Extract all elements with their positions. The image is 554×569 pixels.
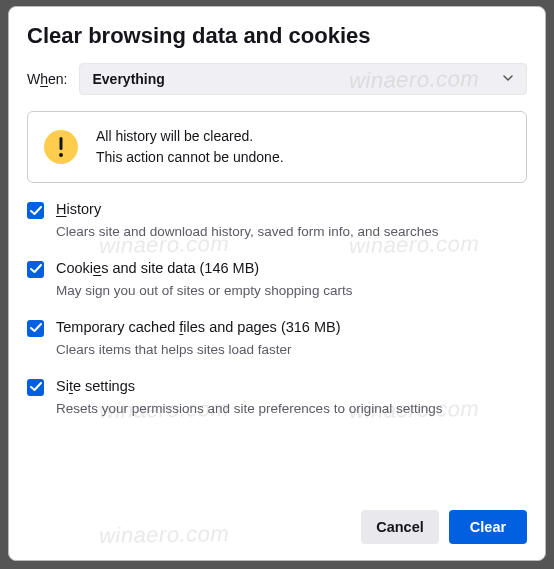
option-desc: May sign you out of sites or empty shopp…	[56, 282, 527, 301]
dialog-footer: Cancel Clear	[27, 496, 527, 560]
option-label[interactable]: Temporary cached files and pages (316 MB…	[56, 319, 527, 335]
dropdown-selected: Everything	[92, 71, 164, 87]
option-cookies: Cookies and site data (146 MB) May sign …	[27, 260, 527, 301]
checkbox-cache[interactable]	[27, 320, 44, 337]
option-label[interactable]: History	[56, 201, 527, 217]
when-row: When: Everything	[27, 63, 527, 95]
when-label: When:	[27, 71, 67, 87]
option-label[interactable]: Cookies and site data (146 MB)	[56, 260, 527, 276]
warning-icon	[44, 130, 78, 164]
svg-rect-0	[60, 137, 63, 150]
option-sitesettings: Site settings Resets your permissions an…	[27, 378, 527, 419]
clear-button[interactable]: Clear	[449, 510, 527, 544]
clear-data-dialog: Clear browsing data and cookies When: Ev…	[8, 6, 546, 561]
cancel-button[interactable]: Cancel	[361, 510, 439, 544]
option-desc: Clears site and download history, saved …	[56, 223, 527, 242]
option-desc: Clears items that helps sites load faste…	[56, 341, 527, 360]
checkbox-sitesettings[interactable]	[27, 379, 44, 396]
svg-point-1	[59, 153, 63, 157]
warning-alert: All history will be cleared. This action…	[27, 111, 527, 183]
option-label[interactable]: Site settings	[56, 378, 527, 394]
chevron-down-icon	[502, 71, 514, 87]
checkbox-history[interactable]	[27, 202, 44, 219]
option-history: History Clears site and download history…	[27, 201, 527, 242]
dialog-title: Clear browsing data and cookies	[27, 23, 527, 49]
option-desc: Resets your permissions and site prefere…	[56, 400, 527, 419]
alert-line2: This action cannot be undone.	[96, 147, 284, 168]
alert-line1: All history will be cleared.	[96, 126, 284, 147]
alert-text: All history will be cleared. This action…	[96, 126, 284, 168]
option-cache: Temporary cached files and pages (316 MB…	[27, 319, 527, 360]
options-list: History Clears site and download history…	[27, 201, 527, 496]
checkbox-cookies[interactable]	[27, 261, 44, 278]
when-dropdown[interactable]: Everything	[79, 63, 527, 95]
